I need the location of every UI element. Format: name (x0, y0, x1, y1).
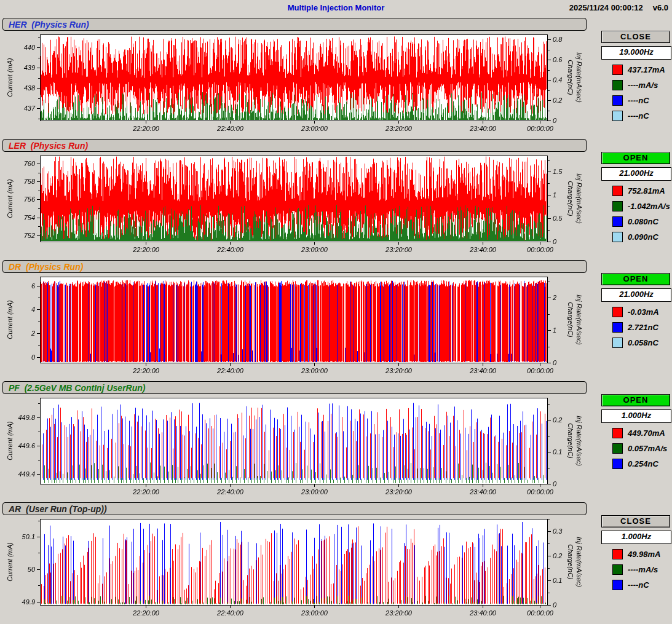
readout-row-current-rate: ----mA/s (601, 77, 670, 93)
charge-1-legend-swatch (612, 580, 623, 590)
current-legend-swatch (612, 186, 623, 196)
panel-side-ar: CLOSE1.000Hz49.98mA----mA/s----nC (601, 515, 670, 593)
charge-1-value: ----nC (628, 96, 649, 105)
timestamp: 2025/11/24 00:00:12 (569, 3, 643, 12)
panel-her: HER (Physics Run)CLOSE19.000Hz437.17mA--… (0, 16, 672, 137)
current-value: 752.81mA (628, 186, 665, 195)
charge-1-value: 0.254nC (628, 459, 658, 468)
current-rate-legend-swatch (612, 80, 623, 90)
readout-row-current-rate: ----mA/s (601, 562, 670, 577)
current-value: 49.98mA (628, 550, 660, 559)
beam-gate-status-button-ar[interactable]: CLOSE (601, 515, 670, 527)
chart-canvas-pf (2, 394, 585, 499)
charge-2-value: 0.090nC (628, 232, 658, 242)
current-legend-swatch (612, 428, 623, 438)
panel-title-ar: AR (User Run (Top-up)) (3, 504, 107, 514)
panel-side-her: CLOSE19.000Hz437.17mA----mA/s----nC----n… (601, 31, 670, 124)
charge-1-legend-swatch (612, 95, 623, 106)
readout-list-her: 437.17mA----mA/s----nC----nC (601, 62, 670, 124)
beam-gate-status-button-dr[interactable]: OPEN (601, 273, 670, 285)
charge-1-value: ----nC (628, 580, 649, 590)
beam-gate-status-button-her[interactable]: CLOSE (601, 31, 670, 43)
charge-2-legend-swatch (612, 111, 623, 121)
panel-title-ler: LER (Physics Run) (3, 141, 88, 151)
current-rate-value: ----mA/s (628, 81, 658, 90)
beam-gate-status-button-ler[interactable]: OPEN (601, 152, 670, 164)
readout-row-current: 49.98mA (601, 547, 670, 562)
current-legend-swatch (612, 65, 623, 75)
chart-canvas-her (2, 31, 585, 135)
chart-canvas-dr (2, 273, 585, 377)
current-value: 449.70mA (628, 429, 665, 438)
panel-dr: DR (Physics Run)OPEN21.000Hz-0.03mA2.721… (0, 258, 672, 379)
chart-canvas-ar (2, 515, 585, 620)
panel-title-her: HER (Physics Run) (3, 20, 89, 30)
charge-1-legend-swatch (612, 459, 623, 469)
readout-row-charge-1: 0.254nC (601, 456, 670, 472)
charge-1-value: 0.080nC (628, 217, 658, 226)
current-legend-swatch (612, 307, 623, 317)
readout-row-charge-1: ----nC (601, 93, 670, 108)
readout-row-charge-1: 2.721nC (601, 320, 670, 335)
panel-title-pf: PF (2.5GeV MB ContInj UserRun) (3, 383, 145, 393)
readout-row-current-rate: 0.057mA/s (601, 441, 670, 456)
readout-row-current-rate: -1.042mA/s (601, 199, 670, 214)
current-rate-legend-swatch (612, 201, 623, 211)
readout-row-current: 437.17mA (601, 62, 670, 77)
readout-list-ar: 49.98mA----mA/s----nC (601, 547, 670, 593)
current-legend-swatch (612, 549, 623, 559)
header-meta: 2025/11/24 00:00:12v6.0 (569, 3, 668, 12)
panel-ler: LER (Physics Run)OPEN21.000Hz752.81mA-1.… (0, 137, 672, 258)
readout-row-current: -0.03mA (601, 304, 670, 320)
charge-2-legend-swatch (612, 232, 623, 242)
charge-2-value: 0.058nC (628, 338, 658, 347)
injection-rate-display-ar: 1.000Hz (601, 531, 671, 544)
readout-row-charge-2: ----nC (601, 108, 670, 124)
injection-rate-display-pf: 1.000Hz (601, 409, 671, 423)
readout-row-charge-2: 0.090nC (601, 229, 670, 245)
current-rate-legend-swatch (612, 443, 623, 454)
charge-2-value: ----nC (628, 111, 649, 120)
panel-titlebar-her: HER (Physics Run) (2, 18, 587, 31)
charge-1-legend-swatch (612, 216, 623, 227)
panel-titlebar-ar: AR (User Run (Top-up)) (2, 502, 587, 515)
readout-row-current: 449.70mA (601, 425, 670, 441)
readout-list-ler: 752.81mA-1.042mA/s0.080nC0.090nC (601, 183, 670, 245)
panel-titlebar-ler: LER (Physics Run) (2, 139, 587, 152)
panel-side-ler: OPEN21.000Hz752.81mA-1.042mA/s0.080nC0.0… (601, 152, 670, 245)
readout-list-dr: -0.03mA2.721nC0.058nC (601, 304, 670, 350)
panel-pf: PF (2.5GeV MB ContInj UserRun)OPEN1.000H… (0, 379, 672, 500)
current-rate-value: 0.057mA/s (628, 444, 667, 453)
readout-row-charge-1: ----nC (601, 577, 670, 593)
injection-rate-display-dr: 21.000Hz (601, 288, 671, 302)
panel-title-dr: DR (Physics Run) (3, 262, 83, 272)
beam-gate-status-button-pf[interactable]: OPEN (601, 394, 670, 406)
readout-row-charge-1: 0.080nC (601, 214, 670, 229)
panel-side-pf: OPEN1.000Hz449.70mA0.057mA/s0.254nC (601, 394, 670, 472)
charge-1-legend-swatch (612, 322, 623, 333)
readout-row-current: 752.81mA (601, 183, 670, 199)
current-rate-legend-swatch (612, 564, 623, 575)
app-header: Multiple Injection Monitor 2025/11/24 00… (0, 0, 672, 16)
version-label: v6.0 (653, 3, 668, 12)
current-rate-value: -1.042mA/s (628, 202, 670, 211)
current-value: 437.17mA (628, 65, 665, 74)
panel-side-dr: OPEN21.000Hz-0.03mA2.721nC0.058nC (601, 273, 670, 350)
charge-2-legend-swatch (612, 338, 623, 348)
readout-row-charge-2: 0.058nC (601, 335, 670, 350)
injection-rate-display-her: 19.000Hz (601, 46, 671, 60)
panel-titlebar-dr: DR (Physics Run) (2, 260, 587, 273)
ring-panels: HER (Physics Run)CLOSE19.000Hz437.17mA--… (0, 16, 672, 622)
current-rate-value: ----mA/s (628, 565, 658, 574)
panel-titlebar-pf: PF (2.5GeV MB ContInj UserRun) (2, 381, 587, 394)
charge-1-value: 2.721nC (628, 323, 658, 332)
injection-rate-display-ler: 21.000Hz (601, 167, 671, 181)
readout-list-pf: 449.70mA0.057mA/s0.254nC (601, 425, 670, 472)
chart-canvas-ler (2, 152, 585, 256)
panel-ar: AR (User Run (Top-up))CLOSE1.000Hz49.98m… (0, 500, 672, 622)
current-value: -0.03mA (628, 307, 659, 317)
